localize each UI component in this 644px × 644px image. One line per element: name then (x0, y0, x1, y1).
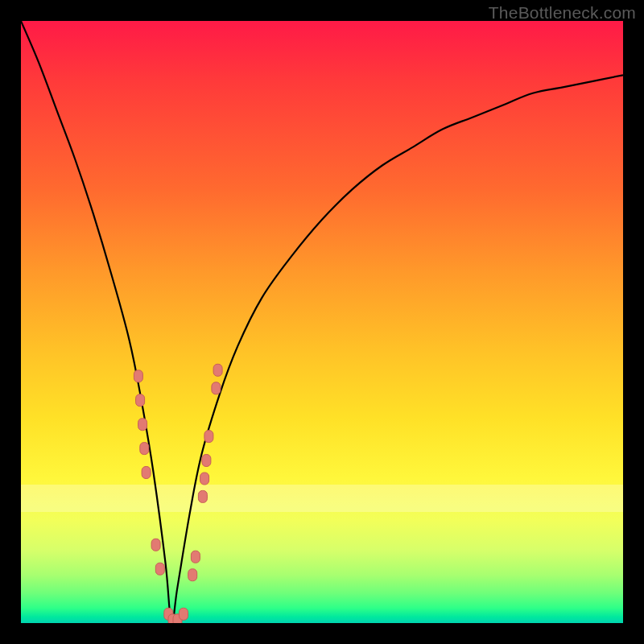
highlight-marker (138, 419, 147, 431)
highlight-marker (202, 455, 211, 467)
highlight-marker (180, 608, 188, 620)
highlight-marker (140, 443, 149, 455)
highlight-marker (191, 551, 200, 563)
highlight-marker (155, 563, 164, 575)
watermark-text: TheBottleneck.com (489, 3, 636, 23)
highlight-marker (212, 382, 221, 394)
highlight-marker (204, 431, 213, 443)
highlight-marker (198, 490, 207, 502)
highlight-marker (134, 370, 142, 382)
highlight-marker (136, 394, 145, 407)
chart-frame: TheBottleneck.com (0, 0, 644, 644)
highlight-marker (213, 364, 222, 376)
plot-area (21, 21, 623, 623)
bottleneck-curve (21, 21, 623, 623)
highlight-marker (142, 467, 151, 479)
highlight-marker (188, 569, 197, 581)
highlight-marker (151, 539, 160, 551)
curve-layer (21, 21, 623, 623)
highlight-marker (200, 473, 209, 485)
